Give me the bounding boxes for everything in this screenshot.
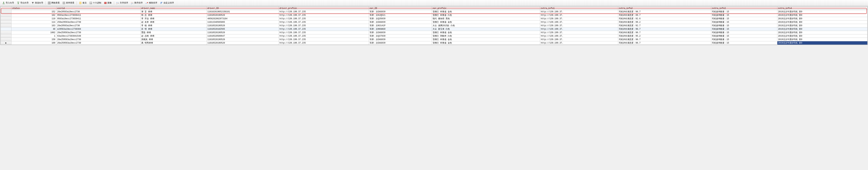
cell-extra_info4[interactable]: 2019北京年度好司机 第9	[777, 38, 867, 41]
cell-car_ID[interactable]: 车牌：京Q37839	[369, 34, 432, 38]
cell-extra_info2[interactable]: 司机评价满意度：92.6	[618, 17, 711, 21]
column-header-car_ID[interactable]: car_ID	[369, 7, 432, 10]
cell-driver_name[interactable]: 苏 明 师傅	[141, 27, 207, 31]
cell-driver_ID[interactable]: 1101052019O520	[207, 24, 279, 27]
column-header-extra_info3[interactable]: extra_info3	[711, 7, 777, 10]
cell-extra_info4[interactable]: 2019北京年度好司机 第9	[777, 10, 867, 13]
custom-sort-button[interactable]: 自定义排序	[159, 1, 175, 5]
cell-car_ID[interactable]: 车牌：京N68AS9	[369, 27, 432, 31]
cell-car_ID[interactable]: 车牌：京EAS839	[369, 21, 432, 24]
cell-car_profile[interactable]: 雪佛兰 科鲁兹 金色	[432, 41, 540, 45]
cell-driver_profile[interactable]: http://139.199.37.235	[279, 34, 369, 38]
cell-extra_info4[interactable]: 2019北京年度好司机 第9	[777, 34, 867, 38]
cell-extra_info3[interactable]: 司机接单数量：15	[711, 41, 777, 45]
cell-driver_ID[interactable]: 1101052019O520	[207, 41, 279, 45]
table-row[interactable]: 15826e259563a19ecc2730莫晓岚 师傅1101052019O5…	[1, 38, 867, 41]
cell-extra_info3[interactable]: 司机接单数量：15	[711, 17, 777, 21]
cell-driver_name[interactable]: 李 开达 师傅	[141, 17, 207, 21]
column-header-driver_name[interactable]: driver_name	[141, 7, 207, 10]
cell-extra_info2[interactable]: 司机评价满意度：90.7	[618, 27, 711, 31]
cell-extra_info1[interactable]: http://139.199.37.	[540, 41, 618, 45]
cell-extra_info2[interactable]: 司机评价满意度：98.7	[618, 41, 711, 45]
cell-driver_ID[interactable]: 11011548565865	[207, 21, 279, 24]
cell-driver_profile[interactable]: http://139.199.37.235	[279, 41, 369, 45]
cell-extra_info1[interactable]: http://139.199.37.	[540, 31, 618, 34]
table-row[interactable]: ▶10926e259563a19ecc2730高 明亮师傅1101052019O…	[1, 41, 867, 45]
cell-driver_ID[interactable]: 11010520589647	[207, 34, 279, 38]
cell-driver_name[interactable]: 赵 志刚 师傅	[141, 34, 207, 38]
cell-status[interactable]: 163	[11, 24, 57, 27]
row-header[interactable]	[1, 10, 11, 13]
sort-desc-button[interactable]: ZA 降序排序	[130, 1, 144, 5]
cell-car_profile[interactable]: 现代 索纳塔 黑色	[432, 17, 540, 21]
cell-driver_ID[interactable]: 1101052019O520	[207, 38, 279, 41]
notes-button[interactable]: 备注	[78, 1, 88, 5]
cell-userid[interactable]: 9563a19ecc273038411	[56, 17, 141, 21]
cell-status[interactable]: 158	[11, 38, 57, 41]
cell-extra_info2[interactable]: 司机评价满意度：89.7	[618, 13, 711, 17]
cell-driver_name[interactable]: 莫晓岚 师傅	[141, 38, 207, 41]
cell-userid[interactable]: 26e259563a19ecc2730	[56, 38, 141, 41]
cell-extra_info2[interactable]: 司机评价满意度：92.7	[618, 24, 711, 27]
cell-car_ID[interactable]: 车牌：京EAS839	[369, 31, 432, 34]
cell-status[interactable]: 110	[11, 17, 57, 21]
import-wizard-button[interactable]: 导入向导	[1, 1, 15, 5]
row-header[interactable]	[1, 34, 11, 38]
cell-driver_profile[interactable]: http://139.199.37.235	[279, 31, 369, 34]
cell-driver_name[interactable]: 赵 名誉 师傅	[141, 21, 207, 24]
cell-driver_ID[interactable]: 1101052019O520	[207, 13, 279, 17]
cell-car_profile[interactable]: 大众 速腾2015款 白色	[432, 24, 540, 27]
cell-driver_profile[interactable]: http://139.199.37.235	[279, 24, 369, 27]
cell-extra_info4[interactable]: 2019北京年度好司机 第9	[777, 41, 867, 45]
cell-extra_info3[interactable]: 司机接单数量：15	[711, 21, 777, 24]
cell-car_profile[interactable]: 雪佛兰 科鲁兹 金色	[432, 10, 540, 13]
cell-extra_info3[interactable]: 司机接单数量：15	[711, 10, 777, 13]
cell-extra_info1[interactable]: http://139.199.37.	[540, 10, 618, 13]
cell-extra_info1[interactable]: http://139.199.37.	[540, 24, 618, 27]
cell-userid[interactable]: 63a19ecc27303841548	[56, 34, 141, 38]
data-grid[interactable]: statususeriddriver_namedriver_IDdriver_p…	[0, 6, 868, 45]
sort-asc-button[interactable]: AZ 升序排序	[115, 1, 129, 5]
cell-car_profile[interactable]: 雪佛兰 科鲁兹 白色	[432, 13, 540, 17]
table-row[interactable]: 15226e29563a19ecc2730谭 妥 师傅1101020190521…	[1, 10, 867, 13]
row-header[interactable]: ▶	[1, 41, 11, 45]
cell-car_ID[interactable]: 车牌：京EAS839	[369, 38, 432, 41]
cell-car_profile[interactable]: 雪佛兰 科鲁兹 金色	[432, 31, 540, 34]
row-header[interactable]	[1, 21, 11, 24]
cell-extra_info1[interactable]: http://139.199.37.	[540, 21, 618, 24]
image-button[interactable]: 图像	[103, 1, 113, 5]
cell-extra_info3[interactable]: 司机接单数量：15	[711, 38, 777, 41]
remove-sort-button[interactable]: A 移除排序	[144, 1, 158, 5]
cell-extra_info1[interactable]: http://139.199.37.	[540, 13, 618, 17]
cell-driver_name[interactable]: 高 明亮师傅	[141, 41, 207, 45]
cell-driver_profile[interactable]: http://139.199.37.235	[279, 10, 369, 13]
cell-extra_info3[interactable]: 司机接单数量：15	[711, 31, 777, 34]
table-row[interactable]: 163a19ecc27303841548赵 志刚 师傅1101052058964…	[1, 34, 867, 38]
table-row[interactable]: 1109563a19ecc273038411李 开达 师傅48562628629…	[1, 17, 867, 21]
cell-userid[interactable]: 9563a19ecc273038411	[56, 13, 141, 17]
cell-car_ID[interactable]: 车牌：京K2Q521	[369, 13, 432, 17]
cell-driver_profile[interactable]: http://139.199.37.235	[279, 21, 369, 24]
column-header-extra_info2[interactable]: extra_info2	[618, 7, 711, 10]
cell-extra_info4[interactable]: 2019北京年度好司机 第9	[777, 27, 867, 31]
cell-status[interactable]: 152	[11, 10, 57, 13]
cell-extra_info2[interactable]: 司机评价满意度：99.2	[618, 21, 711, 24]
cell-extra_info2[interactable]: 司机评价满意度：98.7	[618, 10, 711, 13]
cell-car_ID[interactable]: 车牌：京Q35839	[369, 17, 432, 21]
cell-driver_profile[interactable]: http://139.199.37.235	[279, 13, 369, 17]
row-header[interactable]	[1, 17, 11, 21]
cell-userid[interactable]: 256e29563a19ecc2730	[56, 21, 141, 24]
cell-extra_info3[interactable]: 司机接单数量：15	[711, 13, 777, 17]
row-header[interactable]	[1, 38, 11, 41]
cell-car_ID[interactable]: 车牌：京EAS839	[369, 10, 432, 13]
hex-button[interactable]: 0x 十六进制	[88, 1, 102, 5]
cell-extra_info2[interactable]: 司机评价满意度：98.7	[618, 31, 711, 34]
cell-extra_info4[interactable]: 2019北京年度好司机 第9	[777, 21, 867, 24]
cell-car_ID[interactable]: 车牌：京N3141P	[369, 24, 432, 27]
cell-car_ID[interactable]: 车牌：京EAS839	[369, 41, 432, 45]
row-header[interactable]	[1, 27, 11, 31]
cell-status[interactable]: 114	[11, 21, 57, 24]
cell-status[interactable]: 102	[11, 13, 57, 17]
column-header-car_profile[interactable]: car_profile	[432, 7, 540, 10]
cell-driver_ID[interactable]: 1101052018Z565	[207, 27, 279, 31]
